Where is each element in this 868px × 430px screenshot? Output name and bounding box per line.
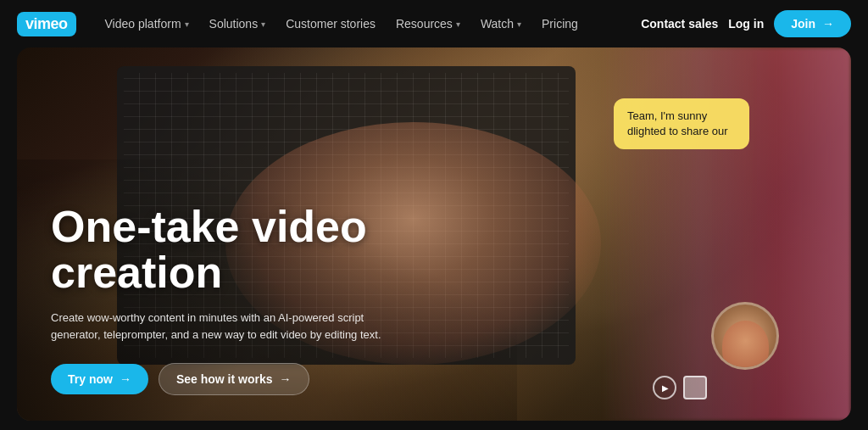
logo[interactable]: vimeo <box>17 12 76 36</box>
nav-right: Contact sales Log in Join → <box>641 10 851 37</box>
login-button[interactable]: Log in <box>728 17 764 31</box>
join-button[interactable]: Join → <box>774 10 851 37</box>
hero-subtitle: Create wow-worthy content in minutes wit… <box>51 310 407 343</box>
play-button[interactable] <box>653 376 676 399</box>
nav-links: Video platform ▾ Solutions ▾ Customer st… <box>97 12 642 36</box>
contact-sales-button[interactable]: Contact sales <box>641 17 718 31</box>
arrow-icon: → <box>822 17 834 31</box>
see-how-button[interactable]: See how it works → <box>159 363 309 395</box>
chevron-down-icon: ▾ <box>517 20 521 29</box>
nav-item-watch[interactable]: Watch ▾ <box>472 12 530 36</box>
nav-item-customer-stories[interactable]: Customer stories <box>277 12 384 36</box>
hero-section: Team, I'm sunny dlighted to share our On… <box>17 47 851 421</box>
chevron-down-icon: ▾ <box>456 20 460 29</box>
nav-item-video-platform[interactable]: Video platform ▾ <box>97 12 198 36</box>
video-controls <box>653 376 707 399</box>
chevron-down-icon: ▾ <box>261 20 265 29</box>
avatar <box>711 302 779 370</box>
hero-buttons: Try now → See how it works → <box>51 363 407 395</box>
nav-item-solutions[interactable]: Solutions ▾ <box>201 12 275 36</box>
arrow-icon: → <box>280 372 292 386</box>
hero-content: One-take video creation Create wow-worth… <box>51 204 407 395</box>
try-now-button[interactable]: Try now → <box>51 364 148 394</box>
chevron-down-icon: ▾ <box>185 20 189 29</box>
stop-button[interactable] <box>683 376 707 399</box>
avatar-face <box>722 321 769 370</box>
hero-title: One-take video creation <box>51 204 407 296</box>
logo-text: vimeo <box>25 15 68 33</box>
nav-item-pricing[interactable]: Pricing <box>533 12 587 36</box>
nav-item-resources[interactable]: Resources ▾ <box>387 12 469 36</box>
navbar: vimeo Video platform ▾ Solutions ▾ Custo… <box>0 0 868 47</box>
chat-bubble: Team, I'm sunny dlighted to share our <box>614 98 749 149</box>
arrow-icon: → <box>120 372 131 386</box>
